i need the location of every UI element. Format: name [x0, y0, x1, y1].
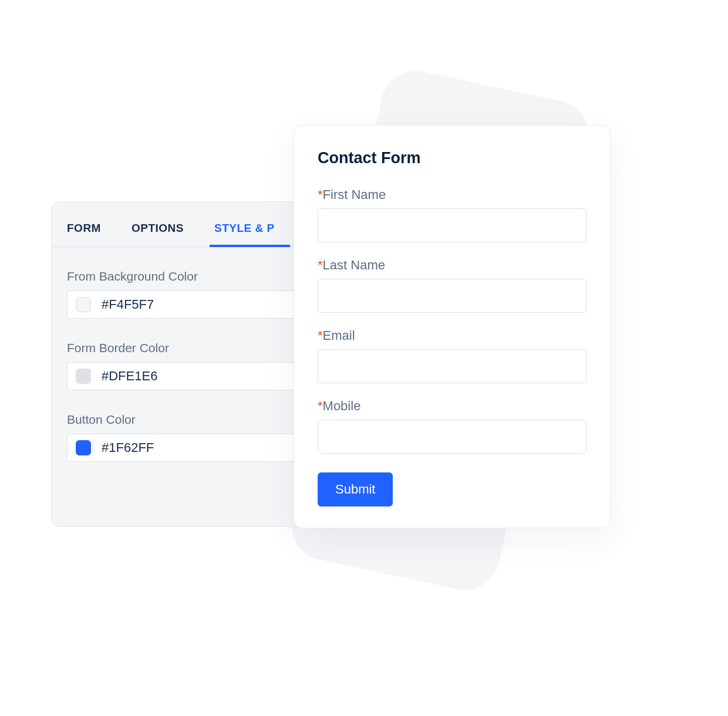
required-marker: *: [318, 398, 323, 413]
label-text: Last Name: [323, 258, 385, 272]
tab-options[interactable]: OPTIONS: [116, 202, 199, 246]
color-swatch[interactable]: [76, 440, 91, 455]
field-label: *Email: [318, 328, 587, 343]
color-value: #DFE1E6: [102, 369, 157, 384]
first-name-input[interactable]: [318, 208, 587, 242]
color-swatch[interactable]: [76, 297, 91, 312]
contact-form-preview: Contact Form *First Name *Last Name *Ema…: [294, 125, 611, 528]
label-text: Email: [323, 328, 355, 343]
tab-form[interactable]: FORM: [52, 202, 116, 246]
color-swatch[interactable]: [76, 369, 91, 384]
color-value: #1F62FF: [102, 440, 154, 455]
submit-button[interactable]: Submit: [318, 472, 393, 506]
tab-style-preview[interactable]: STYLE & P: [199, 202, 290, 246]
form-field-email: *Email: [318, 328, 587, 383]
required-marker: *: [318, 258, 323, 272]
form-title: Contact Form: [318, 149, 587, 167]
required-marker: *: [318, 328, 323, 343]
field-label: *First Name: [318, 187, 587, 202]
form-field-mobile: *Mobile: [318, 398, 587, 454]
label-text: First Name: [323, 187, 386, 202]
field-label: *Last Name: [318, 258, 587, 273]
mobile-input[interactable]: [318, 420, 587, 454]
form-field-last-name: *Last Name: [318, 258, 587, 313]
field-label: *Mobile: [318, 398, 587, 414]
form-field-first-name: *First Name: [318, 187, 587, 242]
email-input[interactable]: [318, 349, 587, 383]
last-name-input[interactable]: [318, 279, 587, 313]
color-value: #F4F5F7: [102, 297, 154, 312]
required-marker: *: [318, 187, 323, 202]
label-text: Mobile: [323, 398, 361, 413]
